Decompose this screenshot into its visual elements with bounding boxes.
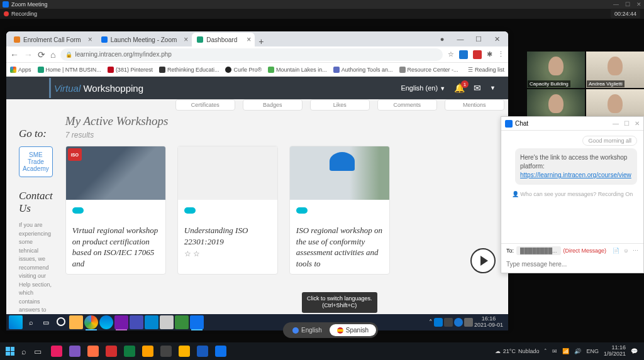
- browser-tab[interactable]: Launch Meeting - Zoom ×: [96, 33, 192, 46]
- browser-minimize-icon[interactable]: —: [452, 33, 469, 45]
- start-button[interactable]: [3, 344, 18, 359]
- chat-text-input[interactable]: [506, 261, 638, 268]
- chat-titlebar[interactable]: Chat — ☐ ✕: [501, 117, 643, 131]
- host-clock[interactable]: 11:16 1/9/2021: [604, 345, 626, 357]
- bookmark-star-icon[interactable]: ☆: [448, 50, 454, 58]
- tray-icon[interactable]: ✉: [552, 348, 557, 354]
- apps-bookmark[interactable]: Apps: [10, 67, 31, 73]
- taskview-icon[interactable]: ▭: [30, 347, 45, 356]
- taskbar-app[interactable]: [48, 344, 65, 359]
- weather-widget[interactable]: ☁ 21°C Nublado: [495, 348, 540, 354]
- taskbar-app[interactable]: [103, 344, 120, 359]
- extension-icon[interactable]: [459, 50, 468, 59]
- extensions-menu-icon[interactable]: ✱: [487, 50, 492, 58]
- notifications-button[interactable]: 🔔1: [454, 83, 465, 93]
- stat-likes[interactable]: Likes: [310, 99, 370, 111]
- taskbar-app-word[interactable]: [194, 344, 211, 359]
- recipient-chip[interactable]: ████████...: [516, 246, 561, 255]
- bookmark-item[interactable]: Rethinking Educati...: [159, 67, 219, 73]
- remote-clock[interactable]: 16:16 2021-09-01: [474, 316, 506, 329]
- browser-tab[interactable]: Enrolment Call Form ×: [9, 33, 96, 46]
- taskbar-app[interactable]: [84, 344, 102, 359]
- taskbar-app[interactable]: [175, 344, 193, 359]
- tab-close-icon[interactable]: ×: [88, 35, 92, 44]
- notifications-icon[interactable]: 💬: [631, 348, 638, 354]
- bookmark-item[interactable]: Authoring Tools an...: [333, 67, 393, 73]
- workshop-card[interactable]: ISO Virtual regional workshop on product…: [65, 146, 166, 275]
- new-tab-button[interactable]: +: [255, 36, 267, 46]
- bookmark-item[interactable]: Mountain Lakes in...: [268, 67, 327, 73]
- taskbar-app[interactable]: [157, 344, 175, 359]
- language-selector[interactable]: English (en) ▼: [401, 84, 445, 92]
- language-switcher[interactable]: English Spanish: [283, 322, 378, 338]
- tray-up-icon[interactable]: ˄: [544, 348, 547, 354]
- taskview-icon[interactable]: ▭: [39, 315, 53, 329]
- chat-maximize-icon[interactable]: ☐: [624, 120, 630, 127]
- tray-up-icon[interactable]: ˄: [429, 319, 433, 327]
- emoji-icon[interactable]: ☺: [623, 248, 629, 254]
- account-icon[interactable]: ●: [433, 33, 451, 45]
- taskbar-app-excel[interactable]: [121, 344, 138, 359]
- video-tile[interactable]: Andrea Viglietti: [586, 52, 644, 88]
- tray-icon[interactable]: [444, 318, 453, 327]
- video-tile[interactable]: Capacity Building: [527, 52, 585, 88]
- taskbar-app-explorer[interactable]: [69, 315, 83, 329]
- close-icon[interactable]: ✕: [636, 1, 641, 8]
- back-button[interactable]: ←: [10, 50, 19, 60]
- more-icon[interactable]: ⋯: [633, 248, 638, 254]
- tray-onedrive-icon[interactable]: [434, 318, 443, 327]
- site-logo[interactable]: Virtual Workshopping: [54, 83, 143, 94]
- taskbar-app[interactable]: [139, 344, 157, 359]
- tab-close-icon[interactable]: ×: [247, 35, 251, 44]
- lang-option-english[interactable]: English: [285, 324, 330, 336]
- lang-option-spanish[interactable]: Spanish: [330, 324, 376, 336]
- tray-icon[interactable]: [464, 318, 473, 327]
- taskbar-app-zoom[interactable]: [190, 315, 204, 329]
- reading-list-button[interactable]: ☰Reading list: [468, 67, 504, 73]
- bookmark-item[interactable]: (381) Pinterest: [108, 67, 153, 73]
- browser-menu-icon[interactable]: ⋮: [497, 50, 504, 58]
- taskbar-app[interactable]: [145, 315, 158, 329]
- zoom-window-controls[interactable]: — ☐ ✕: [613, 1, 641, 8]
- bookmark-item[interactable]: Resource Center -...: [399, 67, 458, 73]
- search-icon[interactable]: ⌕: [24, 315, 38, 329]
- start-button[interactable]: [9, 315, 23, 329]
- taskbar-app-teams[interactable]: [130, 315, 143, 329]
- taskbar-app[interactable]: [160, 315, 174, 329]
- taskbar-app-onenote[interactable]: [114, 315, 128, 329]
- chat-minimize-icon[interactable]: —: [613, 120, 619, 127]
- search-icon[interactable]: ⌕: [18, 347, 30, 356]
- stat-comments[interactable]: Comments: [377, 99, 437, 111]
- stat-mentions[interactable]: Mentions: [445, 99, 504, 111]
- stat-badges[interactable]: Badges: [243, 99, 303, 111]
- maximize-icon[interactable]: ☐: [625, 1, 630, 8]
- bookmark-item[interactable]: Curle Pro®: [225, 67, 262, 73]
- taskbar-app-chrome[interactable]: [84, 315, 98, 329]
- file-icon[interactable]: 📄: [613, 248, 619, 254]
- chat-close-icon[interactable]: ✕: [635, 120, 640, 127]
- url-field[interactable]: 🔒 learning.intracen.org/my/index.php: [60, 48, 443, 61]
- browser-maximize-icon[interactable]: ☐: [470, 33, 487, 45]
- cortana-icon[interactable]: [54, 315, 68, 329]
- taskbar-app[interactable]: [175, 315, 189, 329]
- tab-close-icon[interactable]: ×: [184, 35, 188, 44]
- extension-icon[interactable]: [473, 50, 482, 59]
- taskbar-app-zoom[interactable]: [212, 344, 230, 359]
- sme-academy-button[interactable]: SME Trade Academy: [19, 146, 53, 177]
- tray-icon[interactable]: [454, 318, 463, 327]
- reload-button[interactable]: ⟳: [38, 50, 45, 60]
- wifi-icon[interactable]: 📶: [562, 348, 569, 354]
- user-menu-icon[interactable]: ▼: [490, 85, 496, 91]
- volume-icon[interactable]: 🔊: [574, 348, 581, 354]
- workshop-card[interactable]: ISO regional workshop on the use of conf…: [289, 146, 390, 275]
- keyboard-lang[interactable]: ENG: [586, 348, 599, 354]
- stat-certificates[interactable]: Certificates: [175, 99, 235, 111]
- star-icon[interactable]: ☆ ☆: [184, 249, 271, 258]
- chat-link[interactable]: https://learning.intracen.org/course/vie…: [520, 172, 631, 178]
- minimize-icon[interactable]: —: [613, 1, 619, 8]
- browser-tab-active[interactable]: Dashboard ×: [192, 33, 255, 46]
- workshop-card[interactable]: Understanding ISO 22301:2019 ☆ ☆: [177, 146, 278, 275]
- bookmark-item[interactable]: Home | NTM BUSIN...: [38, 67, 101, 73]
- home-button[interactable]: ⌂: [50, 50, 55, 60]
- forward-button[interactable]: →: [24, 50, 33, 60]
